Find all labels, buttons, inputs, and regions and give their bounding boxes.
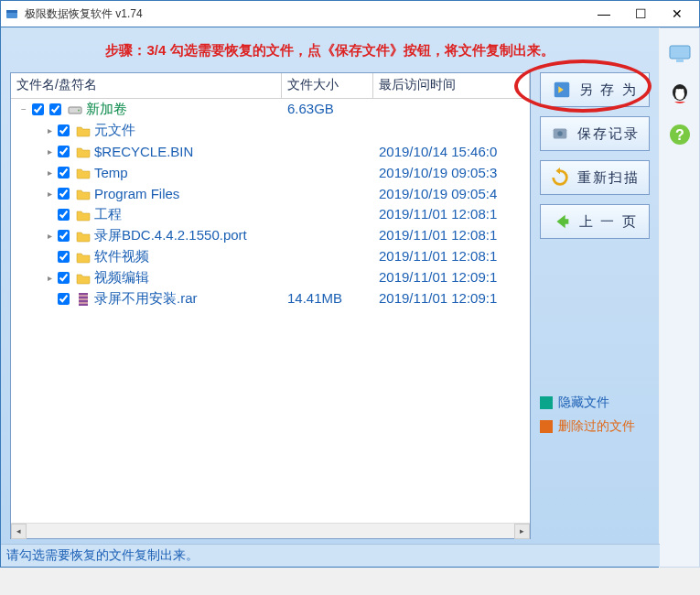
row-checkbox[interactable]	[58, 251, 70, 263]
step-hint: 步骤：3/4 勾选需要恢复的文件，点《保存文件》按钮，将文件复制出来。	[10, 37, 650, 72]
folder-icon	[76, 187, 91, 201]
svg-point-20	[681, 89, 684, 92]
save-log-icon	[550, 124, 570, 144]
table-row[interactable]: ▸录屏BDC.4.4.2.1550.port 2019/11/01 12:08:…	[11, 225, 530, 246]
file-date: 2019/11/01 12:08:1	[373, 227, 530, 244]
legend-hidden: 隐藏文件	[540, 395, 650, 411]
list-header: 文件名/盘符名 文件大小 最后访问时间	[11, 73, 530, 99]
expand-icon[interactable]: ▸	[44, 125, 55, 135]
svg-marker-12	[555, 168, 560, 174]
row-checkbox[interactable]	[58, 293, 70, 305]
legend: 隐藏文件 删除过的文件	[540, 395, 650, 442]
minimize-button[interactable]: —	[586, 1, 622, 27]
window-title: 极限数据恢复软件 v1.74	[25, 6, 586, 22]
title-bar: 极限数据恢复软件 v1.74 — ☐ ✕	[0, 0, 700, 27]
expand-icon[interactable]: −	[18, 104, 29, 114]
row-checkbox[interactable]	[58, 209, 70, 221]
row-checkbox[interactable]	[58, 124, 70, 136]
file-date: 2019/11/01 12:08:1	[373, 206, 530, 223]
table-row[interactable]: ▸视频编辑 2019/11/01 12:09:1	[11, 267, 530, 288]
folder-icon	[76, 208, 91, 222]
scroll-right-icon[interactable]: ▸	[514, 524, 530, 539]
table-row[interactable]: −新加卷 6.63GB	[11, 99, 530, 120]
table-row[interactable]: ▸Temp 2019/10/19 09:05:3	[11, 162, 530, 183]
tray-monitor-icon[interactable]	[667, 41, 693, 67]
folder-icon	[76, 250, 91, 265]
folder-icon	[76, 229, 91, 243]
file-size	[282, 269, 373, 287]
table-row[interactable]: ▸$RECYCLE.BIN 2019/10/14 15:46:0	[11, 141, 530, 162]
expand-icon[interactable]: ▸	[44, 189, 55, 199]
table-row[interactable]: 工程 2019/11/01 12:08:1	[11, 204, 530, 225]
legend-deleted: 删除过的文件	[540, 418, 650, 435]
row-checkbox[interactable]	[32, 103, 44, 115]
status-bar: 请勾选需要恢复的文件复制出来。	[1, 544, 660, 567]
table-row[interactable]: 录屏不用安装.rar 14.41MB 2019/11/01 12:09:1	[11, 288, 530, 309]
main-frame: 步骤：3/4 勾选需要恢复的文件，点《保存文件》按钮，将文件复制出来。 文件名/…	[0, 27, 659, 568]
file-date: 2019/11/01 12:09:1	[373, 269, 530, 287]
table-row[interactable]: 软件视频 2019/11/01 12:08:1	[11, 246, 530, 267]
file-list-panel: 文件名/盘符名 文件大小 最后访问时间 −新加卷 6.63GB ▸元文件 ▸$R…	[10, 72, 531, 539]
svg-text:?: ?	[675, 127, 684, 143]
file-size	[282, 186, 373, 201]
table-row[interactable]: ▸元文件	[11, 120, 530, 141]
close-button[interactable]: ✕	[659, 1, 695, 27]
file-size	[282, 227, 373, 244]
expand-icon[interactable]	[44, 252, 55, 262]
col-filesize[interactable]: 文件大小	[282, 73, 373, 98]
row-checkbox[interactable]	[58, 188, 70, 200]
file-date: 2019/10/19 09:05:4	[373, 186, 530, 201]
work-area: 文件名/盘符名 文件大小 最后访问时间 −新加卷 6.63GB ▸元文件 ▸$R…	[10, 72, 650, 539]
h-scrollbar[interactable]: ◂ ▸	[11, 523, 530, 538]
svg-rect-5	[79, 295, 88, 297]
svg-point-3	[78, 109, 80, 111]
file-name: 软件视频	[94, 248, 149, 265]
expand-icon[interactable]	[44, 210, 55, 220]
file-size: 6.63GB	[282, 101, 373, 118]
file-list-body[interactable]: −新加卷 6.63GB ▸元文件 ▸$RECYCLE.BIN 2019/10/1…	[11, 99, 530, 523]
tray-help-icon[interactable]: ?	[667, 122, 693, 147]
row-checkbox[interactable]	[58, 167, 70, 178]
expand-icon[interactable]: ▸	[44, 273, 55, 283]
prev-page-button[interactable]: 上 一 页	[540, 204, 650, 239]
row-checkbox[interactable]	[58, 146, 70, 157]
svg-rect-15	[670, 46, 690, 59]
rescan-button[interactable]: 重新扫描	[540, 160, 650, 195]
file-date: 2019/10/19 09:05:3	[373, 165, 530, 180]
expand-icon[interactable]	[44, 294, 55, 304]
legend-deleted-swatch	[540, 420, 553, 433]
svg-rect-14	[564, 219, 569, 224]
row-checkbox[interactable]	[58, 272, 70, 284]
file-date	[373, 122, 530, 139]
file-name: 元文件	[94, 122, 135, 139]
row-checkbox[interactable]	[49, 103, 61, 115]
file-name: Temp	[94, 165, 128, 180]
file-size	[282, 206, 373, 223]
svg-rect-7	[79, 302, 88, 304]
expand-icon[interactable]: ▸	[44, 146, 55, 157]
file-name: 新加卷	[86, 101, 127, 118]
file-size	[282, 165, 373, 180]
scroll-left-icon[interactable]: ◂	[11, 524, 27, 539]
svg-rect-16	[676, 60, 684, 62]
row-checkbox[interactable]	[58, 230, 70, 242]
maximize-button[interactable]: ☐	[622, 1, 659, 27]
file-name: 工程	[94, 206, 122, 223]
col-filename[interactable]: 文件名/盘符名	[11, 73, 282, 98]
side-tray: ?	[660, 27, 700, 568]
svg-point-11	[557, 131, 563, 136]
save-log-button[interactable]: 保存记录	[540, 116, 650, 151]
col-date[interactable]: 最后访问时间	[373, 73, 530, 98]
table-row[interactable]: ▸Program Files 2019/10/19 09:05:4	[11, 183, 530, 204]
expand-icon[interactable]: ▸	[44, 231, 55, 241]
tray-qq-icon[interactable]	[667, 81, 693, 107]
rar-icon	[76, 292, 91, 307]
prev-icon	[552, 211, 572, 232]
save-as-button[interactable]: 另 存 为	[540, 72, 650, 107]
file-name: 视频编辑	[94, 269, 149, 287]
file-size	[282, 248, 373, 265]
expand-icon[interactable]: ▸	[44, 168, 55, 178]
legend-hidden-label: 隐藏文件	[558, 395, 609, 411]
svg-rect-1	[6, 10, 17, 13]
file-date: 2019/11/01 12:09:1	[373, 290, 530, 308]
